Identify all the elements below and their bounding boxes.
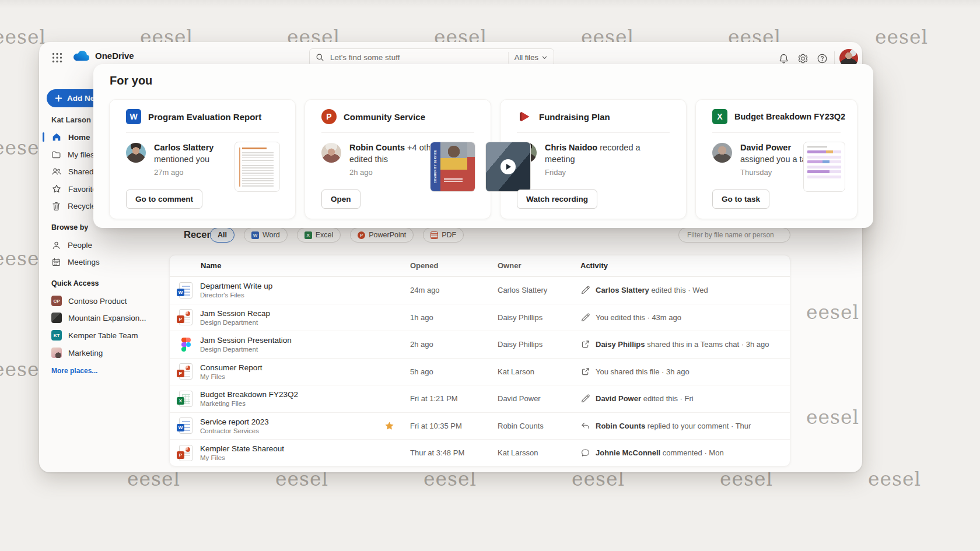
sidebar-item-shared[interactable]: Shared <box>51 163 94 180</box>
for-you-card-community-service[interactable]: P Community Service Robin Counts +4 othe… <box>304 99 491 219</box>
filter-pill-pdf[interactable]: PDF <box>423 227 464 243</box>
waffle-icon <box>52 52 62 63</box>
activity-cell: You edited this · 43m ago <box>580 313 790 322</box>
header-divider <box>834 51 835 65</box>
filter-pill-powerpoint[interactable]: P PowerPoint <box>350 227 414 243</box>
figma-file-icon <box>179 336 192 353</box>
active-nav-indicator <box>43 132 44 142</box>
sidebar-item-label: Home <box>68 133 90 142</box>
file-location: My Files <box>200 454 284 461</box>
file-location: Design Department <box>200 319 270 326</box>
table-row[interactable]: W Service report 2023 Contractor Service… <box>170 412 790 440</box>
search-input[interactable] <box>329 52 508 62</box>
file-location: Design Department <box>200 346 292 353</box>
go-to-comment-button[interactable]: Go to comment <box>126 189 202 209</box>
excel-file-icon: X <box>179 391 192 407</box>
card-title: Community Service <box>344 112 425 122</box>
filter-pill-excel[interactable]: X Excel <box>297 227 341 243</box>
help-icon[interactable] <box>816 52 828 64</box>
video-thumbnail <box>485 142 531 192</box>
sidebar-item-people[interactable]: People <box>51 237 92 253</box>
table-row[interactable]: P Kempler State Shareout My Files Thur a… <box>170 439 790 466</box>
filter-pill-all[interactable]: All <box>210 227 235 243</box>
sidebar-item-label: Shared <box>68 167 94 176</box>
word-file-icon: W <box>179 417 192 434</box>
plus-icon <box>55 94 62 102</box>
filter-pill-word[interactable]: W Word <box>244 227 288 243</box>
file-type-filters: All W Word X Excel P PowerPoint PDF <box>210 227 464 243</box>
team-tile-marketing <box>51 348 62 358</box>
table-row[interactable]: W Department Write up Director's Files 2… <box>170 276 790 304</box>
powerpoint-file-icon: P <box>179 309 192 325</box>
more-places-link[interactable]: More places... <box>51 367 97 375</box>
word-file-icon: W <box>179 282 192 299</box>
column-header-activity[interactable]: Activity <box>580 261 790 270</box>
notifications-bell-icon[interactable] <box>778 52 789 64</box>
sidebar-item-kemper-table-team[interactable]: KT Kemper Table Team <box>51 327 138 343</box>
sidebar-item-meetings[interactable]: Meetings <box>51 254 100 270</box>
filter-label: All <box>218 231 227 239</box>
file-name: Budget Breakdown FY23Q2 <box>200 390 298 399</box>
edit-pencil-icon <box>580 313 590 322</box>
excel-icon: X <box>304 231 312 239</box>
activity-cell: You shared this file · 3h ago <box>580 367 790 377</box>
team-tile-contoso: CP <box>51 296 62 306</box>
powerpoint-file-icon: P <box>179 363 192 380</box>
table-row[interactable]: Jam Session Presentation Design Departme… <box>170 331 790 358</box>
activity-cell: Daisy Phillips shared this in a Teams ch… <box>580 339 790 349</box>
for-you-heading: For you <box>110 74 152 87</box>
search-icon <box>316 53 324 62</box>
sidebar-item-label: Mountain Expansion... <box>68 314 146 322</box>
column-header-owner[interactable]: Owner <box>488 261 580 270</box>
sidebar-item-home[interactable]: Home <box>51 129 90 145</box>
file-location: My Files <box>200 373 262 380</box>
excel-icon: X <box>712 109 727 124</box>
onedrive-brand[interactable]: OneDrive <box>72 49 134 62</box>
document-thumbnail <box>235 142 280 192</box>
filter-by-name-input-wrap <box>678 227 790 243</box>
owner-cell: Carlos Slattery <box>488 286 580 294</box>
owner-cell: David Power <box>488 394 580 403</box>
opened-cell: 2h ago <box>401 340 488 349</box>
folder-icon <box>51 150 61 160</box>
sidebar-item-my-files[interactable]: My files <box>51 146 94 163</box>
sidebar-item-marketing[interactable]: Marketing <box>51 345 103 361</box>
comment-icon <box>580 448 590 458</box>
go-to-task-button[interactable]: Go to task <box>712 189 769 209</box>
activity-cell: Carlos Slattery edited this · Wed <box>580 285 790 295</box>
filter-by-name-input[interactable] <box>686 230 783 240</box>
person-icon <box>51 240 61 250</box>
watch-recording-button[interactable]: Watch recording <box>517 189 597 209</box>
settings-gear-icon[interactable] <box>797 52 808 64</box>
powerpoint-icon: P <box>321 109 337 124</box>
for-you-card-program-evaluation[interactable]: W Program Evaluation Report Carlos Slatt… <box>109 99 296 219</box>
watermark: eesel <box>0 26 46 48</box>
favorite-star-icon[interactable] <box>384 420 395 431</box>
opened-cell: 5h ago <box>401 367 488 376</box>
quick-access-heading: Quick Access <box>51 279 99 287</box>
reply-icon <box>580 421 590 431</box>
activity-cell: Johnie McConnell commented · Mon <box>580 448 790 458</box>
app-launcher-waffle-icon[interactable] <box>51 51 64 64</box>
sidebar-item-contoso-product[interactable]: CP Contoso Product <box>51 293 127 309</box>
for-you-card-budget-breakdown[interactable]: X Budget Breakdown FY23Q2 David Power as… <box>695 99 858 219</box>
filter-label: Word <box>262 231 280 239</box>
for-you-card-fundraising-plan[interactable]: Fundraising Plan Chris Naidoo recorded a… <box>500 99 687 219</box>
owner-cell: Robin Counts <box>488 422 580 430</box>
card-title: Program Evaluation Report <box>148 112 261 122</box>
slide-thumbnail: COMMUNITY SERVICE <box>430 142 475 192</box>
sidebar-item-mountain-expansion[interactable]: Mountain Expansion... <box>51 310 146 326</box>
column-header-name[interactable]: Name <box>179 261 377 270</box>
search-scope-dropdown[interactable]: All files <box>508 52 548 64</box>
sidebar-item-label: Meetings <box>68 258 100 266</box>
card-activity-text: Chris Naidoo recorded a meeting Friday <box>545 142 643 178</box>
column-header-opened[interactable]: Opened <box>401 261 488 270</box>
table-row[interactable]: X Budget Breakdown FY23Q2 Marketing File… <box>170 385 790 412</box>
avatar <box>126 143 146 163</box>
sidebar-item-label: People <box>68 241 92 250</box>
watermark: eesel <box>868 468 921 490</box>
file-location: Contractor Services <box>200 427 269 434</box>
open-button[interactable]: Open <box>321 189 360 209</box>
table-row[interactable]: P Jam Session Recap Design Department 1h… <box>170 304 790 331</box>
table-row[interactable]: P Consumer Report My Files 5h ago Kat La… <box>170 358 790 385</box>
